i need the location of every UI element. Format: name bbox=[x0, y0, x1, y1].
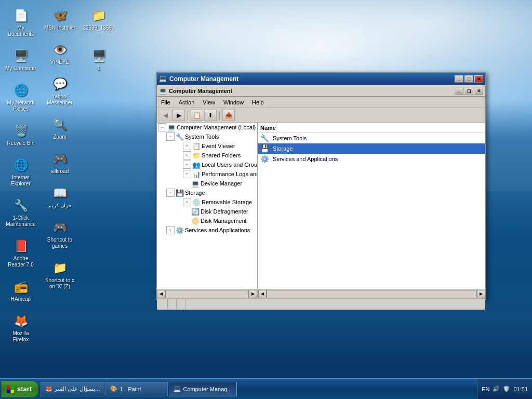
games-label: Shortcut to games bbox=[44, 237, 76, 249]
tree-services-expand[interactable]: + bbox=[166, 226, 175, 234]
disk-mgmt-icon: 📀 bbox=[191, 217, 200, 225]
firefox-icon: 🦊 bbox=[12, 313, 29, 329]
icon-yahoo[interactable]: 💬 Yahoo! Messenger bbox=[42, 74, 78, 108]
tree-removable-storage[interactable]: + 💿 Removable Storage bbox=[157, 197, 257, 207]
right-scrollbar: ◀ ▶ bbox=[258, 289, 485, 298]
desktop-icons-col2: 🦋 MSN Installer 👁️ VP-EYE 💬 Yahoo! Messe… bbox=[42, 5, 78, 296]
maximize-button[interactable]: □ bbox=[464, 75, 473, 83]
right-system-tools-icon: 🔧 bbox=[260, 134, 271, 142]
tree-disk-defrag[interactable]: 🔄 Disk Defragmenter bbox=[157, 207, 257, 216]
window-main-content: − 💻 Computer Management (Local) − 🔧 Syst… bbox=[157, 123, 485, 289]
scroll-right-left[interactable]: ◀ bbox=[258, 290, 267, 298]
tree-storage[interactable]: − 💾 Storage bbox=[157, 188, 257, 197]
icon-my-network[interactable]: 🌐 My Network Places bbox=[3, 80, 39, 114]
tree-users-expand[interactable]: + bbox=[183, 161, 191, 169]
icon-ie[interactable]: 🌐 Internet Explorer bbox=[3, 155, 39, 189]
up-button[interactable]: ⬆ bbox=[204, 110, 217, 121]
icon-quran[interactable]: 📖 قرآن کریم bbox=[42, 183, 78, 211]
right-services-apps[interactable]: ⚙️ Services and Applications bbox=[258, 154, 485, 164]
icon-msn[interactable]: 🦋 MSN Installer bbox=[42, 5, 78, 33]
tree-local-users[interactable]: + 👥 Local Users and Groups bbox=[157, 160, 257, 169]
icon-1click[interactable]: 🔧 1-Click Maintenance bbox=[3, 195, 39, 230]
hamcap-icon: 📻 bbox=[12, 278, 29, 295]
icon-folder-32539[interactable]: 📁 32539_1359... bbox=[81, 5, 117, 39]
tree-event-viewer[interactable]: + 📋 Event Viewer bbox=[157, 141, 257, 151]
scroll-track-left[interactable] bbox=[165, 290, 249, 298]
icon-hamcap[interactable]: 📻 HAmcap bbox=[3, 276, 39, 304]
menu-help[interactable]: Help bbox=[248, 98, 268, 107]
folder-1-icon: 🖥️ bbox=[90, 48, 107, 64]
tree-shared-folders[interactable]: + 📁 Shared Folders bbox=[157, 151, 257, 160]
system-tools-icon: 🔧 bbox=[176, 132, 184, 141]
close-button[interactable]: ✕ bbox=[474, 75, 483, 83]
my-documents-label: My Documents bbox=[5, 25, 37, 37]
menu-view[interactable]: View bbox=[198, 98, 219, 107]
tree-perf-logs[interactable]: + 📊 Performance Logs and Alerts bbox=[157, 169, 257, 179]
menu-window[interactable]: Window bbox=[219, 98, 248, 107]
icon-games[interactable]: 🎮 Shortcut to games bbox=[42, 217, 78, 251]
removable-storage-icon: 💿 bbox=[192, 198, 201, 206]
icon-zoom[interactable]: 🔍 Zoom bbox=[42, 114, 78, 142]
icon-firefox[interactable]: 🦊 Mozilla Firefox bbox=[3, 311, 39, 345]
my-network-icon: 🌐 bbox=[12, 82, 29, 99]
icon-my-computer[interactable]: 🖥️ My Computer bbox=[3, 46, 39, 74]
msn-icon: 🦋 bbox=[51, 7, 68, 24]
tree-removable-expand[interactable]: + bbox=[183, 198, 191, 206]
scroll-track-right[interactable] bbox=[267, 290, 477, 298]
tree-perf-expand[interactable]: + bbox=[183, 170, 191, 178]
quran-icon: 📖 bbox=[51, 185, 68, 202]
scroll-left[interactable]: ◀ bbox=[157, 290, 165, 298]
icon-adobe[interactable]: 📕 Adobe Reader 7.0 bbox=[3, 236, 39, 270]
tree-device-manager[interactable]: 💻 Device Manager bbox=[157, 179, 257, 188]
tree-services-apps[interactable]: + ⚙️ Services and Applications bbox=[157, 225, 257, 235]
my-computer-icon: 🖥️ bbox=[12, 48, 29, 64]
scroll-right-right[interactable]: ▶ bbox=[477, 290, 485, 298]
menu-file[interactable]: File bbox=[157, 98, 175, 107]
scroll-right[interactable]: ▶ bbox=[249, 290, 257, 298]
tree-root[interactable]: − 💻 Computer Management (Local) bbox=[157, 123, 257, 132]
games-icon: 🎮 bbox=[51, 219, 68, 236]
desktop: 📄 My Documents 🖥️ My Computer 🌐 My Netwo… bbox=[0, 0, 532, 399]
msn-label: MSN Installer bbox=[44, 25, 76, 31]
inner-minimize[interactable]: _ bbox=[455, 87, 463, 95]
tree-root-expand[interactable]: − bbox=[158, 123, 166, 131]
recycle-bin-icon: 🗑️ bbox=[12, 123, 29, 139]
status-bar bbox=[157, 298, 485, 310]
x-shortcut-label: Shortcut to x on 'X' (Z) bbox=[44, 277, 76, 290]
icon-silkroad[interactable]: 🎮 silkroad bbox=[42, 149, 78, 177]
taskbar-mgmt[interactable]: 💻 Computer Manag... bbox=[169, 382, 236, 396]
tree-shared-expand[interactable]: + bbox=[183, 151, 191, 159]
tree-disk-defrag-label: Disk Defragmenter bbox=[201, 208, 248, 215]
silkroad-icon: 🎮 bbox=[51, 151, 68, 167]
forward-button[interactable]: ▶ bbox=[172, 110, 185, 121]
icon-recycle-bin[interactable]: 🗑️ Recycle Bin bbox=[3, 121, 39, 149]
export-button[interactable]: 📤 bbox=[222, 110, 235, 121]
taskbar-firefox[interactable]: 🦊 بسؤال على السر... bbox=[41, 382, 104, 396]
back-button[interactable]: ◀ bbox=[159, 110, 171, 121]
start-button[interactable]: start bbox=[1, 381, 38, 397]
icon-vpeye[interactable]: 👁️ VP-EYE bbox=[42, 39, 78, 68]
right-system-tools[interactable]: 🔧 System Tools bbox=[258, 133, 485, 143]
tree-system-expand[interactable]: − bbox=[166, 132, 175, 141]
minimize-button[interactable]: _ bbox=[455, 75, 463, 83]
icon-folder-1[interactable]: 🖥️ 1 bbox=[81, 46, 117, 74]
inner-restore[interactable]: ◻ bbox=[464, 87, 473, 95]
icon-x-shortcut[interactable]: 📁 Shortcut to x on 'X' (Z) bbox=[42, 258, 78, 292]
menu-action[interactable]: Action bbox=[175, 98, 199, 107]
icon-my-documents[interactable]: 📄 My Documents bbox=[3, 5, 39, 39]
show-hide-tree-button[interactable]: 📋 bbox=[191, 110, 203, 121]
tree-root-label: Computer Management (Local) bbox=[177, 124, 256, 130]
taskbar-paint-icon: 🎨 bbox=[110, 385, 117, 392]
right-system-tools-label: System Tools bbox=[273, 135, 307, 141]
taskbar-firefox-label: بسؤال على السر... bbox=[55, 385, 100, 392]
tree-system-tools[interactable]: − 🔧 System Tools bbox=[157, 132, 257, 141]
taskbar-paint[interactable]: 🎨 1 - Paint bbox=[105, 382, 168, 396]
hamcap-label: HAmcap bbox=[5, 296, 37, 302]
inner-close[interactable]: ✕ bbox=[474, 87, 483, 95]
taskbar-mgmt-label: Computer Manag... bbox=[183, 386, 232, 392]
tree-disk-mgmt[interactable]: 📀 Disk Management bbox=[157, 216, 257, 225]
tree-event-expand[interactable]: + bbox=[183, 142, 191, 150]
tree-root-icon: 💻 bbox=[167, 123, 176, 131]
tree-storage-expand[interactable]: − bbox=[166, 189, 175, 197]
right-storage[interactable]: 💾 Storage bbox=[258, 143, 485, 154]
